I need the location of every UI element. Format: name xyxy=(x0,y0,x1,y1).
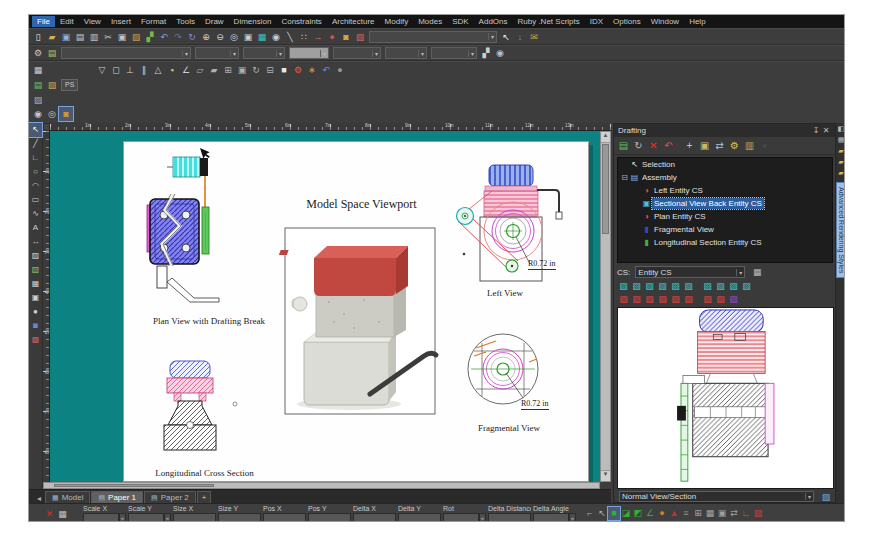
horizontal-scrollbar[interactable] xyxy=(43,482,600,489)
esnap-marker-icon[interactable]: ▽ xyxy=(95,63,109,77)
entity-cs-cube-icon[interactable]: ▧ xyxy=(656,293,669,305)
menu-sdk[interactable]: SDK xyxy=(447,16,473,27)
entity-cs-cube-icon[interactable]: ▧ xyxy=(617,280,630,292)
update-view-icon[interactable]: ↻ xyxy=(631,138,646,153)
format-painter-icon[interactable]: ▞ xyxy=(143,30,157,44)
rectangle-tool-icon[interactable]: ▭ xyxy=(29,193,42,207)
break-line-icon[interactable]: → xyxy=(311,30,325,44)
zoom-previous-icon[interactable]: ◎ xyxy=(227,30,241,44)
drawing-canvas[interactable]: 1in2in3in4in5in6in7in8in9in10in11in12in1… xyxy=(43,123,611,489)
text-tool-icon[interactable]: A xyxy=(29,221,42,235)
copy-view-icon[interactable]: ▣ xyxy=(697,138,712,153)
orbit-icon[interactable]: ◎ xyxy=(45,107,59,121)
render-tool-icon[interactable]: ◙ xyxy=(29,319,42,333)
tab-paper-1[interactable]: ▤Paper 1 xyxy=(91,491,143,503)
material-white-icon[interactable]: ■ xyxy=(277,63,291,77)
key-icon[interactable]: ⌐ xyxy=(584,507,596,520)
tree-item-plan-entity-cs[interactable]: ◑Plan Entity CS xyxy=(618,210,832,223)
tree-item-longitudinal-section-entity-cs[interactable]: ▮Longitudinal Section Entity CS xyxy=(618,236,832,249)
entity-cs-cube-icon[interactable]: ▧ xyxy=(701,293,714,305)
esnap-node-icon[interactable]: ▪ xyxy=(165,63,179,77)
menu-constraints[interactable]: Constraints xyxy=(276,16,326,27)
menu-dimension[interactable]: Dimension xyxy=(229,16,277,27)
status-expand-scale-y[interactable]: « xyxy=(164,513,171,522)
status-input-size-y[interactable] xyxy=(218,513,261,522)
tree-item-fragmental-view[interactable]: ▮Fragmental View xyxy=(618,223,832,236)
entity-cs-cube-icon[interactable]: ▧ xyxy=(669,280,682,292)
image-manager-icon[interactable]: ▧ xyxy=(45,78,59,92)
preview-view-combo[interactable]: Normal View/Section xyxy=(619,491,814,502)
entity-cs-cube-icon[interactable]: ▧ xyxy=(727,293,740,305)
view-settings-icon[interactable]: ⚙ xyxy=(727,138,742,153)
layer-states-icon[interactable]: ▤ xyxy=(45,46,59,60)
open-file-icon[interactable]: ▰ xyxy=(45,30,59,44)
status-input-size-x[interactable] xyxy=(173,513,216,522)
face-move-icon[interactable]: ⊞ xyxy=(221,63,235,77)
color-faces-icon[interactable]: ⚙ xyxy=(291,63,305,77)
tree-item-left-entity-cs[interactable]: ◑Left Entity CS xyxy=(618,184,832,197)
viewport-icon[interactable]: ▦ xyxy=(255,30,269,44)
restore-view-icon[interactable]: ↶ xyxy=(661,138,676,153)
selection-filter-icon[interactable]: ◉ xyxy=(493,46,507,60)
delta-toggle-icon[interactable]: ▲ xyxy=(668,507,680,520)
corner-toggle-icon[interactable]: ∟ xyxy=(740,507,752,520)
send-mail-icon[interactable]: ✉ xyxy=(527,30,541,44)
shaded-view-icon[interactable]: ◙ xyxy=(59,107,73,121)
cut-icon[interactable]: ✂ xyxy=(101,30,115,44)
paper-sheet[interactable]: Model Space Viewport Plan View with Draf… xyxy=(123,141,589,482)
dimension-tool-icon[interactable]: ↔ xyxy=(29,235,42,249)
face-rotate-icon[interactable]: ↻ xyxy=(249,63,263,77)
menu-options[interactable]: Options xyxy=(608,16,646,27)
grid-icon[interactable]: ▦ xyxy=(56,507,69,521)
status-expand-scale-x[interactable]: « xyxy=(119,513,126,522)
grid-toggle-icon[interactable]: ◪ xyxy=(620,507,632,520)
add-view-icon[interactable]: + xyxy=(682,138,697,153)
section-preview-viewport[interactable] xyxy=(617,307,834,489)
point-marker-icon[interactable]: ● xyxy=(325,30,339,44)
materials-tool-icon[interactable]: ▩ xyxy=(29,333,42,347)
status-input-delta-angle[interactable] xyxy=(533,513,569,522)
cancel-icon[interactable]: ✕ xyxy=(43,507,56,521)
entity-cs-cube-icon[interactable]: ▧ xyxy=(617,293,630,305)
tree-item-sectional-view-back-entity-cs[interactable]: ▣Sectional View Back Entity CS xyxy=(618,197,832,210)
arc-tool-icon[interactable]: ◠ xyxy=(29,179,42,193)
menu-view[interactable]: View xyxy=(79,16,106,27)
entity-cs-cube-icon[interactable]: ▧ xyxy=(682,280,695,292)
polar-toggle-icon[interactable]: ∠ xyxy=(644,507,656,520)
tab-paper-2[interactable]: ▤Paper 2 xyxy=(144,491,196,503)
esnap-nearest-icon[interactable]: ∠ xyxy=(179,63,193,77)
line-icon[interactable]: ╲ xyxy=(283,30,297,44)
paper-space-area[interactable]: Model Space Viewport Plan View with Draf… xyxy=(50,131,600,482)
close-icon[interactable]: ✕ xyxy=(821,124,831,138)
menu-help[interactable]: Help xyxy=(684,16,710,27)
toolbar-combo-5[interactable] xyxy=(333,47,381,59)
snap-toggle-icon[interactable]: ■ xyxy=(608,507,620,520)
folder-panel-icon[interactable]: ▰ xyxy=(836,156,845,167)
face-copy-icon[interactable]: ▣ xyxy=(235,63,249,77)
status-input-delta-x[interactable] xyxy=(353,513,396,522)
esnap-parallel-icon[interactable]: ∥ xyxy=(137,63,151,77)
entity-cs-cube-icon[interactable]: ▧ xyxy=(714,280,727,292)
redo-icon[interactable]: ↷ xyxy=(171,30,185,44)
menu-ruby-net-scripts[interactable]: Ruby .Net Scripts xyxy=(513,16,585,27)
grid-snap-icon[interactable]: ∷ xyxy=(297,30,311,44)
sphere-icon[interactable]: ● xyxy=(333,63,347,77)
menu-addons[interactable]: AddOns xyxy=(474,16,513,27)
face-offset-icon[interactable]: ⊟ xyxy=(263,63,277,77)
menu-format[interactable]: Format xyxy=(136,16,171,27)
menu-file[interactable]: File xyxy=(32,16,55,27)
new-view-icon[interactable]: ▤ xyxy=(616,138,631,153)
camera-icon[interactable]: ◉ xyxy=(31,107,45,121)
paste-icon[interactable]: ▨ xyxy=(129,30,143,44)
table-tool-icon[interactable]: ▦ xyxy=(29,277,42,291)
circle-tool-icon[interactable]: ○ xyxy=(29,165,42,179)
face-tool-1-icon[interactable]: ▱ xyxy=(193,63,207,77)
undo-mark-icon[interactable]: ↶ xyxy=(319,63,333,77)
menu-architecture[interactable]: Architecture xyxy=(327,16,380,27)
status-expand-delta-angle[interactable]: « xyxy=(569,513,576,522)
entity-cs-cube-icon[interactable]: ▧ xyxy=(714,293,727,305)
status-input-scale-y[interactable] xyxy=(128,513,164,522)
layout-nav-icon[interactable]: ◂ xyxy=(33,494,45,503)
print-preview-icon[interactable]: ▥ xyxy=(87,30,101,44)
tree-item-assembly[interactable]: ⊟▤Assembly xyxy=(618,171,832,184)
